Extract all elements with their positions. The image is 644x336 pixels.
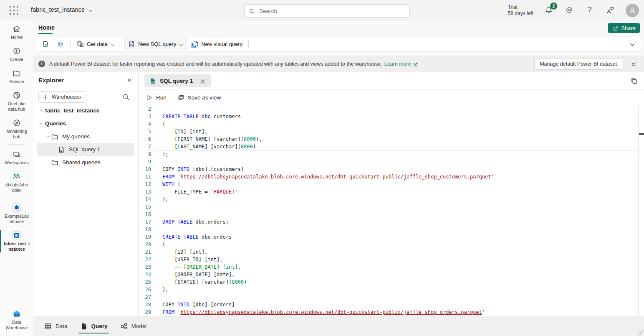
rail-item-fabric-test-instance[interactable]: fabric_test_instance (0, 227, 33, 255)
rail-item-dbtlabsfabricdev[interactable]: dbtlabsfabricdev (0, 168, 33, 196)
share-button[interactable]: Share (608, 23, 640, 33)
app-launcher-icon[interactable] (9, 6, 19, 16)
rail-item-label: Browse (1, 79, 33, 84)
search-input[interactable] (258, 8, 405, 15)
code-line-27[interactable]: 27 (139, 293, 638, 301)
query-editor-pane: SQL SQL query 1 Run Save as view 23CREAT… (139, 72, 644, 316)
resize-grip[interactable] (638, 330, 643, 335)
help-button[interactable]: ? (585, 5, 595, 15)
rail-item-monitoring-hub[interactable]: Monitoringhub (0, 115, 33, 143)
code-line-6[interactable]: 6 [FIRST_NAME] [varchar](8000), (139, 135, 638, 143)
rail-item-label: Home (1, 35, 33, 40)
code-line-4[interactable]: 4( (139, 120, 638, 128)
code-line-20[interactable]: 20( (139, 241, 638, 248)
code-line-13[interactable]: 13 FILE_TYPE = 'PARQUET' (139, 188, 638, 196)
code-line-12[interactable]: 12WITH ( (139, 181, 638, 188)
code-line-21[interactable]: 21 [ID] [int], (139, 248, 638, 256)
code-line-14[interactable]: 14); (139, 196, 638, 203)
settings-button[interactable] (564, 5, 574, 15)
rail-item-label: Warehouse (1, 325, 33, 331)
code-line-19[interactable]: 19CREATE TABLE dbo.orders (139, 233, 638, 241)
chevron-right-icon[interactable] (38, 107, 44, 114)
tree-item-my-queries[interactable]: My queries (37, 130, 134, 143)
code-line-8[interactable]: 8); (139, 150, 638, 158)
tree-item-shared-queries[interactable]: Shared queries (37, 156, 134, 169)
code-line-25[interactable]: 25 [STATUS] [varchar](8000) (139, 278, 638, 286)
tree-item-sql-query-1[interactable]: SQLSQL query 1 (37, 143, 134, 156)
new-sql-query-button[interactable]: SQL New SQL query (124, 38, 187, 50)
rail-item-home[interactable]: Home (0, 21, 33, 43)
line-number: 14 (139, 196, 151, 203)
rail-item-examplelakehouse[interactable]: ExampleLakehouse (0, 200, 33, 227)
view-tab-model[interactable]: Model (118, 316, 149, 336)
code-line-15[interactable]: 15 (139, 203, 638, 211)
code-line-3[interactable]: 3CREATE TABLE dbo.customers (139, 113, 638, 120)
refresh-dataset-button[interactable] (39, 38, 53, 50)
view-tab-query[interactable]: Query (78, 316, 110, 336)
chevron-down-icon[interactable] (44, 133, 51, 140)
workspace-title-menu[interactable]: fabric_test_instance (31, 6, 93, 13)
view-tab-data[interactable]: Data (42, 316, 70, 336)
line-number: 12 (139, 181, 151, 188)
rail-item-label: hub (1, 134, 33, 140)
ribbon-tab-home[interactable]: Home (35, 23, 58, 33)
sql-query-tab[interactable]: SQL SQL query 1 (144, 74, 211, 87)
collapse-ribbon-chevron[interactable] (629, 41, 636, 47)
code-area[interactable]: 23CREATE TABLE dbo.customers4(5 [ID] [in… (139, 105, 638, 316)
view-tab-label: Model (131, 323, 147, 329)
rail-item-workspaces[interactable]: Workspaces (0, 146, 33, 168)
dataset-settings-button[interactable] (53, 38, 67, 50)
line-number: 15 (139, 203, 151, 211)
code-line-16[interactable]: 16 (139, 211, 638, 218)
line-number: 16 (139, 211, 151, 218)
code-line-22[interactable]: 22 [USER_ID] [int], (139, 256, 638, 263)
rail-item-create[interactable]: Create (0, 43, 33, 65)
run-button[interactable]: Run (146, 94, 167, 101)
chevron-down-icon[interactable] (38, 120, 44, 127)
line-number: 9 (139, 158, 151, 165)
tree-item-fabric_test_instance[interactable]: fabric_test_instance (37, 104, 134, 117)
tree-item-queries[interactable]: Queries (37, 117, 134, 130)
account-avatar[interactable] (626, 4, 639, 17)
feedback-button[interactable] (605, 5, 615, 15)
code-text: ); (162, 150, 168, 158)
add-warehouses-button[interactable]: Warehouses (38, 91, 86, 103)
copy-icon[interactable] (630, 77, 638, 84)
banner-close-button[interactable] (628, 59, 639, 69)
collapse-explorer-button[interactable]: « (128, 76, 131, 84)
explorer-search-icon[interactable] (122, 93, 130, 100)
onelake-icon (12, 91, 21, 100)
line-number: 27 (139, 293, 151, 301)
browse-icon (12, 69, 21, 78)
rail-item-data-warehouse[interactable]: DataWarehouse (0, 306, 33, 333)
code-line-7[interactable]: 7 [LAST_NAME] [varchar](8000) (139, 143, 638, 150)
close-tab-icon[interactable] (200, 78, 206, 84)
notification-badge: 2 (550, 3, 557, 10)
save-as-view-button[interactable]: Save as view (177, 94, 221, 101)
code-line-10[interactable]: 10COPY INTO [dbo].[customers] (139, 165, 638, 173)
new-visual-query-button[interactable]: New visual query (188, 38, 245, 50)
manage-dataset-button[interactable]: Manage default Power BI dataset (534, 58, 622, 70)
rail-item-browse[interactable]: Browse (0, 65, 33, 87)
global-search[interactable] (244, 4, 410, 18)
get-data-button[interactable]: Get data (73, 38, 118, 50)
rail-item-onelake-data-hub[interactable]: OneLakedata hub (0, 87, 33, 115)
code-line-24[interactable]: 24 [ORDER_DATE] [date], (139, 271, 638, 278)
learn-more-link[interactable]: Learn more (384, 61, 411, 67)
rail-item-label: cdev (1, 188, 33, 193)
code-line-23[interactable]: 23 -- [ORDER_DATE] [int], (139, 263, 638, 271)
code-line-9[interactable]: 9 (139, 158, 638, 165)
notifications-button[interactable]: 2 (544, 5, 554, 15)
code-line-11[interactable]: 11FROM 'https://dbtlabsynapsedatalake.bl… (139, 173, 638, 181)
code-line-2[interactable]: 2 (139, 105, 638, 113)
code-text: COPY INTO [dbo].[orders] (162, 301, 235, 308)
code-line-29[interactable]: 29FROM 'https://dbtlabsynapsedatalake.bl… (139, 308, 638, 316)
toolbar-divider (121, 40, 121, 48)
code-line-17[interactable]: 17DROP TABLE dbo.orders; (139, 218, 638, 226)
code-line-28[interactable]: 28COPY INTO [dbo].[orders] (139, 301, 638, 308)
code-line-18[interactable]: 18 (139, 226, 638, 233)
code-line-26[interactable]: 26); (139, 286, 638, 293)
people-icon (12, 172, 21, 181)
code-line-5[interactable]: 5 [ID] [int], (139, 128, 638, 135)
home-icon (12, 24, 21, 33)
